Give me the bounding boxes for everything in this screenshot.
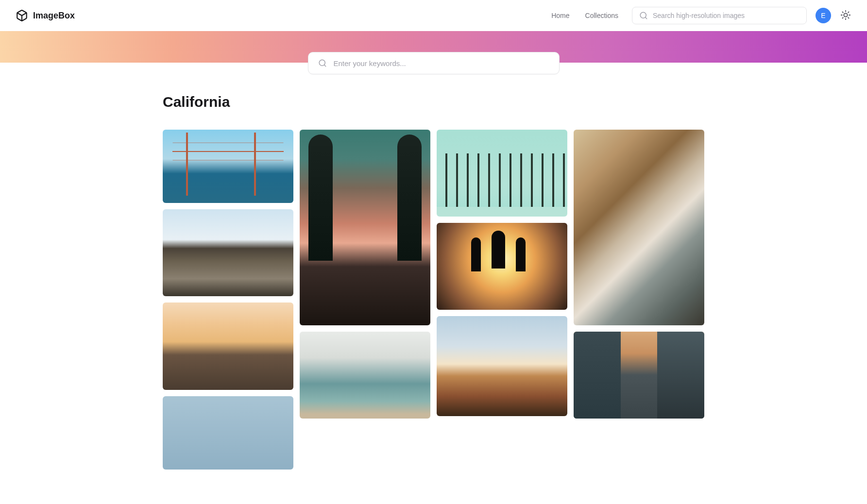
svg-line-13 (324, 65, 325, 66)
image-tile[interactable] (163, 209, 293, 296)
box-icon (16, 9, 28, 22)
image-tile[interactable] (300, 332, 430, 419)
image-tile[interactable] (163, 396, 293, 470)
theme-toggle[interactable] (840, 10, 851, 21)
image-tile[interactable] (163, 130, 293, 203)
avatar[interactable]: E (816, 8, 831, 23)
hero-search-input[interactable] (334, 59, 549, 67)
image-tile[interactable] (437, 130, 567, 217)
page-title: California (163, 94, 704, 110)
header-search-input[interactable] (653, 12, 799, 19)
grid-column (437, 130, 567, 470)
header-search[interactable] (632, 7, 807, 24)
sun-icon (840, 10, 851, 22)
nav-collections[interactable]: Collections (585, 12, 618, 19)
image-tile[interactable] (437, 316, 567, 416)
hero-search[interactable] (308, 52, 560, 74)
avatar-initial: E (821, 12, 825, 19)
svg-point-3 (844, 13, 847, 17)
main-nav: Home Collections (551, 12, 618, 19)
grid-column (300, 130, 430, 470)
image-grid (163, 130, 704, 470)
grid-column (163, 130, 293, 470)
header-right: Home Collections E (551, 7, 851, 24)
image-tile[interactable] (163, 302, 293, 390)
image-tile[interactable] (437, 223, 567, 310)
svg-line-2 (645, 17, 646, 18)
app-header: ImageBox Home Collections E (0, 0, 867, 31)
search-icon (318, 59, 327, 67)
image-tile[interactable] (300, 130, 430, 325)
search-icon (639, 11, 648, 20)
svg-line-10 (843, 17, 843, 18)
svg-line-6 (843, 12, 843, 12)
image-tile[interactable] (574, 332, 704, 419)
svg-line-7 (848, 17, 849, 18)
svg-line-11 (848, 12, 849, 12)
image-tile[interactable] (574, 130, 704, 325)
nav-home[interactable]: Home (551, 12, 569, 19)
main-content: California (163, 63, 704, 489)
brand-name: ImageBox (33, 11, 75, 21)
brand-logo[interactable]: ImageBox (16, 9, 75, 22)
grid-column (574, 130, 704, 470)
